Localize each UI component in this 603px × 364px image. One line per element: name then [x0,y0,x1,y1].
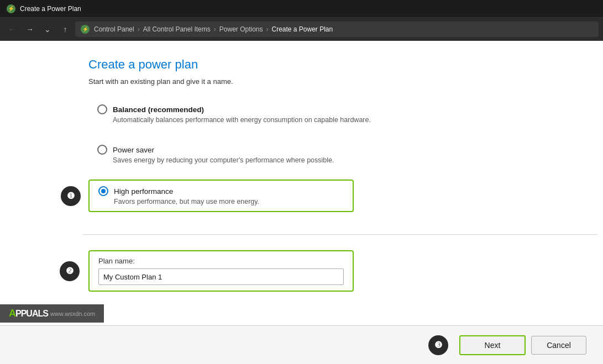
address-bar: ← → ⌄ ↑ ⚡ Control Panel › All Control Pa… [0,18,603,41]
plan-name-label: Plan name: [98,257,344,265]
page-subtitle: Start with an existing plan and give it … [88,77,581,86]
radio-group: Balanced (recommended) Automatically bal… [88,99,581,212]
path-icon: ⚡ [81,25,90,34]
breadcrumb-all-items[interactable]: All Control Panel Items [143,25,211,33]
radio-high-performance[interactable] [98,186,108,196]
back-button[interactable]: ← [4,22,20,37]
plan-name-input[interactable] [98,268,344,285]
dropdown-button[interactable]: ⌄ [40,22,55,37]
radio-power-saver[interactable] [97,145,107,155]
step-1-badge: ❶ [61,186,81,206]
plan-name-section: Plan name: [88,250,354,292]
breadcrumb-control-panel[interactable]: Control Panel [94,25,134,33]
breadcrumb-current: Create a Power Plan [271,25,333,33]
radio-high-performance-desc: Favors performance, but may use more ene… [98,198,344,205]
radio-balanced[interactable] [97,104,107,114]
main-content: Create a power plan Start with an existi… [0,41,603,364]
watermark-logo: APPUALS [9,308,48,319]
breadcrumb-power-options[interactable]: Power Options [219,25,263,33]
radio-option-balanced[interactable]: Balanced (recommended) Automatically bal… [88,99,581,129]
up-button[interactable]: ↑ [57,22,73,37]
title-bar: ⚡ Create a Power Plan [0,0,603,18]
cancel-button[interactable]: Cancel [531,336,586,355]
radio-power-saver-label: Power saver [113,146,154,154]
step-3-badge: ❸ [428,335,448,355]
radio-power-saver-desc: Saves energy by reducing your computer's… [97,156,572,164]
watermark: APPUALS www.wsxdn.com [0,304,104,323]
radio-high-performance-label: High performance [114,187,173,196]
watermark-site: www.wsxdn.com [50,310,95,317]
footer: ❸ Next Cancel [0,325,603,364]
forward-button[interactable]: → [22,22,38,37]
radio-option-high-performance[interactable]: ❶ High performance Favors performance, b… [88,180,354,212]
radio-balanced-label: Balanced (recommended) [113,105,204,114]
plan-name-wrapper: ❷ Plan name: [88,250,581,292]
title-bar-title: Create a Power Plan [20,5,81,13]
radio-balanced-desc: Automatically balances performance with … [97,116,572,124]
divider [83,234,597,235]
step-2-badge: ❷ [60,261,80,281]
next-button[interactable]: Next [459,335,526,355]
breadcrumb-bar: ⚡ Control Panel › All Control Panel Item… [75,22,599,37]
radio-option-power-saver[interactable]: Power saver Saves energy by reducing you… [88,139,581,170]
page-title: Create a power plan [88,57,581,72]
title-bar-icon: ⚡ [7,4,15,13]
